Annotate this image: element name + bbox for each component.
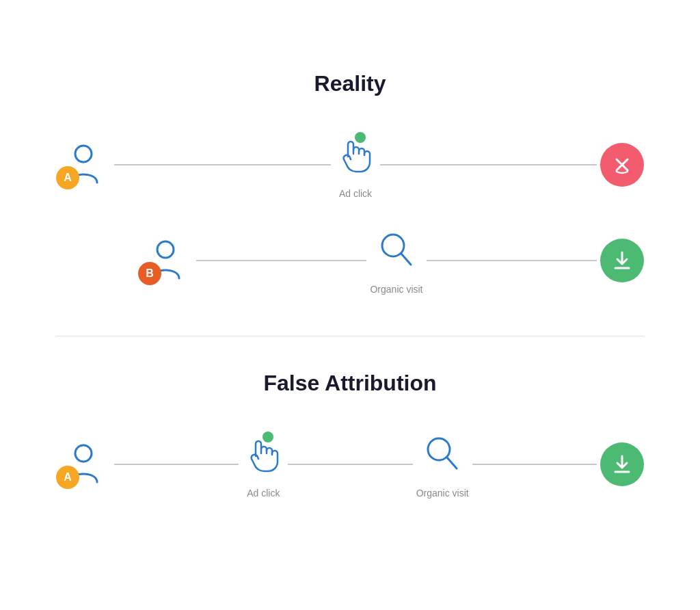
outcome-converted-b xyxy=(600,239,644,282)
reality-section: Reality A xyxy=(56,71,644,295)
search-icon-b xyxy=(375,226,418,276)
hand-click-icon-a xyxy=(334,131,377,180)
blocked-icon xyxy=(611,154,633,176)
line-fa1 xyxy=(114,464,239,465)
line-b1 xyxy=(196,260,366,261)
reality-title: Reality xyxy=(56,71,644,96)
outcome-converted-false xyxy=(600,442,644,486)
organic-visit-label-b: Organic visit xyxy=(370,284,422,295)
badge-b-reality: B xyxy=(138,262,161,285)
svg-line-6 xyxy=(401,254,411,265)
ad-click-label-false: Ad click xyxy=(247,488,280,499)
reality-row-b: B Organic visit xyxy=(56,226,644,295)
main-container: Reality A xyxy=(42,44,658,567)
false-attribution-row-a: A Ad click xyxy=(56,430,644,499)
organic-visit-icon-wrapper: Organic visit xyxy=(370,226,422,295)
person-b-container: B xyxy=(138,239,193,282)
search-icon-false xyxy=(421,430,463,479)
svg-point-4 xyxy=(157,241,174,258)
svg-point-1 xyxy=(355,132,366,143)
false-attribution-section: False Attribution A xyxy=(56,371,644,499)
svg-point-0 xyxy=(75,146,92,162)
ad-click-icon-false: Ad click xyxy=(242,430,284,499)
line-a1 xyxy=(114,164,331,165)
hand-click-icon-false xyxy=(242,430,284,479)
line-b2 xyxy=(427,260,597,261)
ad-click-label-a: Ad click xyxy=(339,188,372,199)
reality-row-a: A Ad click xyxy=(56,131,644,199)
line-fa2 xyxy=(288,464,412,465)
svg-line-12 xyxy=(447,458,457,468)
download-icon-b xyxy=(611,250,633,271)
organic-visit-icon-false: Organic visit xyxy=(416,430,469,499)
svg-point-10 xyxy=(262,432,273,442)
badge-a-false: A xyxy=(56,466,79,489)
organic-visit-label-false: Organic visit xyxy=(416,488,469,499)
outcome-blocked xyxy=(600,143,644,187)
ad-click-icon-wrapper-a: Ad click xyxy=(334,131,377,199)
false-attribution-title: False Attribution xyxy=(56,371,644,396)
download-icon-false xyxy=(611,453,633,475)
section-divider xyxy=(56,336,644,336)
badge-a-reality: A xyxy=(56,166,79,189)
line-fa3 xyxy=(472,464,597,465)
line-a2 xyxy=(380,164,597,165)
person-a-container: A xyxy=(56,143,111,187)
svg-point-9 xyxy=(75,445,92,462)
person-a-false: A xyxy=(56,442,111,486)
